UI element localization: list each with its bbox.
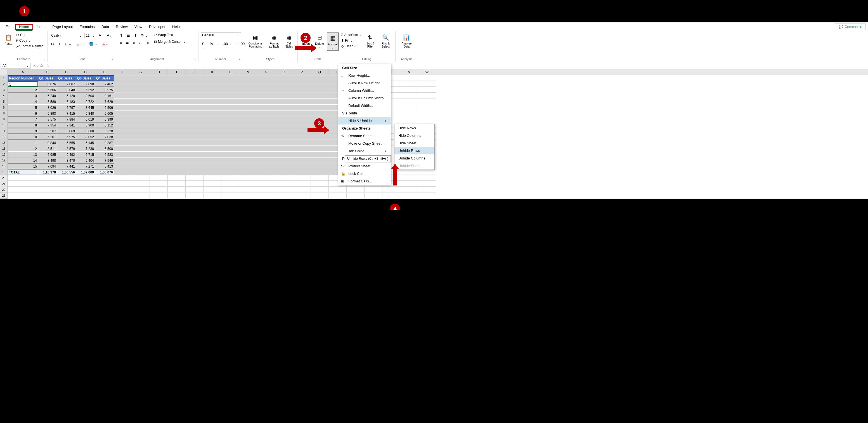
cell[interactable]: [382, 187, 400, 193]
cell[interactable]: [204, 111, 221, 116]
cell[interactable]: [150, 111, 168, 116]
cell[interactable]: [329, 187, 347, 193]
increase-decimal-icon[interactable]: .00→: [221, 41, 233, 51]
italic-button[interactable]: I: [57, 41, 61, 47]
cell[interactable]: 6,506: [95, 105, 114, 110]
cell[interactable]: [114, 181, 132, 187]
cell[interactable]: [204, 128, 221, 134]
cell[interactable]: [114, 111, 132, 116]
cell[interactable]: 9: [8, 128, 38, 134]
cell[interactable]: [221, 81, 239, 87]
cell[interactable]: [221, 134, 239, 140]
cell[interactable]: [239, 193, 257, 198]
cell[interactable]: 8,052: [76, 134, 95, 140]
select-all-corner[interactable]: [0, 69, 8, 75]
cell[interactable]: [114, 116, 132, 122]
cell[interactable]: [76, 181, 95, 187]
cell[interactable]: [293, 99, 311, 104]
cell[interactable]: [168, 152, 186, 157]
cell[interactable]: [293, 181, 311, 187]
cell[interactable]: [221, 128, 239, 134]
cell[interactable]: [76, 187, 95, 193]
submenu-unhide-columns[interactable]: Unhide Columns: [395, 154, 434, 162]
cell[interactable]: [168, 128, 186, 134]
cell[interactable]: [293, 75, 311, 81]
tab-data[interactable]: Data: [98, 23, 113, 30]
cell[interactable]: [257, 187, 275, 193]
cell[interactable]: [311, 158, 329, 163]
cell[interactable]: [275, 187, 293, 193]
cell[interactable]: [204, 134, 221, 140]
cell[interactable]: 6,900: [76, 122, 95, 128]
cell[interactable]: 5,340: [76, 111, 95, 116]
cell[interactable]: [347, 193, 365, 198]
cell[interactable]: [239, 163, 257, 169]
format-painter-button[interactable]: 🖌Format Painter: [16, 44, 43, 49]
cell[interactable]: [221, 169, 239, 175]
cell[interactable]: [221, 116, 239, 122]
cell[interactable]: TOTAL: [8, 169, 38, 175]
cell[interactable]: [221, 193, 239, 198]
cell[interactable]: [311, 146, 329, 151]
tab-page-layout[interactable]: Page Layout: [49, 23, 76, 30]
submenu-hide-sheet[interactable]: Hide Sheet: [395, 139, 434, 147]
cell[interactable]: [365, 187, 382, 193]
cell[interactable]: [132, 75, 150, 81]
cell[interactable]: [400, 193, 418, 198]
cell[interactable]: [311, 193, 329, 198]
cell[interactable]: [204, 99, 221, 104]
cell[interactable]: [293, 175, 311, 181]
cell[interactable]: [114, 140, 132, 145]
cell[interactable]: [132, 187, 150, 193]
alignment-launcher[interactable]: ⤡: [194, 58, 196, 61]
tab-view[interactable]: View: [131, 23, 146, 30]
cell[interactable]: [132, 93, 150, 98]
col-header-Q[interactable]: Q: [311, 69, 329, 75]
cell[interactable]: [186, 146, 204, 151]
cell[interactable]: Q4 Sales: [95, 75, 114, 81]
submenu-hide-columns[interactable]: Hide Columns: [395, 132, 434, 139]
decrease-indent-icon[interactable]: ⇤: [137, 40, 143, 46]
cell[interactable]: 6,715: [76, 152, 95, 157]
cell[interactable]: [239, 93, 257, 98]
cell[interactable]: [132, 111, 150, 116]
fx-icon[interactable]: fx: [40, 63, 43, 68]
cell[interactable]: [132, 128, 150, 134]
cell[interactable]: [257, 169, 275, 175]
cell[interactable]: [418, 99, 436, 104]
row-header[interactable]: 9: [0, 116, 8, 122]
row-header[interactable]: 17: [0, 158, 8, 163]
cell[interactable]: [293, 169, 311, 175]
cell[interactable]: 6,240: [38, 93, 57, 98]
cell[interactable]: [114, 99, 132, 104]
cell[interactable]: [204, 175, 221, 181]
cell[interactable]: [311, 187, 329, 193]
cell[interactable]: [275, 163, 293, 169]
cell[interactable]: [186, 128, 204, 134]
cell[interactable]: [186, 169, 204, 175]
cell[interactable]: 6,985: [38, 152, 57, 157]
bold-button[interactable]: B: [50, 41, 55, 47]
cell[interactable]: [204, 81, 221, 87]
cell[interactable]: [150, 140, 168, 145]
cell[interactable]: [311, 163, 329, 169]
copy-button[interactable]: ⎘Copy⌄: [16, 38, 43, 43]
font-name-combo[interactable]: Calibri⌄: [50, 33, 83, 38]
cell[interactable]: [168, 175, 186, 181]
cell[interactable]: [132, 152, 150, 157]
cell[interactable]: 7,341: [57, 122, 76, 128]
cell[interactable]: [257, 75, 275, 81]
cell[interactable]: [257, 193, 275, 198]
cell[interactable]: 5,201: [38, 134, 57, 140]
cell[interactable]: [132, 99, 150, 104]
row-header[interactable]: 19: [0, 169, 8, 175]
tab-review[interactable]: Review: [113, 23, 131, 30]
cell[interactable]: [239, 152, 257, 157]
merge-center-button[interactable]: ⊟Merge & Center⌄: [153, 39, 186, 44]
border-button[interactable]: ⊞ ⌄: [75, 41, 85, 47]
cell[interactable]: [275, 93, 293, 98]
align-bottom-icon[interactable]: ⬇: [132, 32, 138, 38]
sort-filter-button[interactable]: ⇅Sort & Filter: [364, 32, 377, 49]
cell[interactable]: [114, 146, 132, 151]
cell[interactable]: [168, 193, 186, 198]
